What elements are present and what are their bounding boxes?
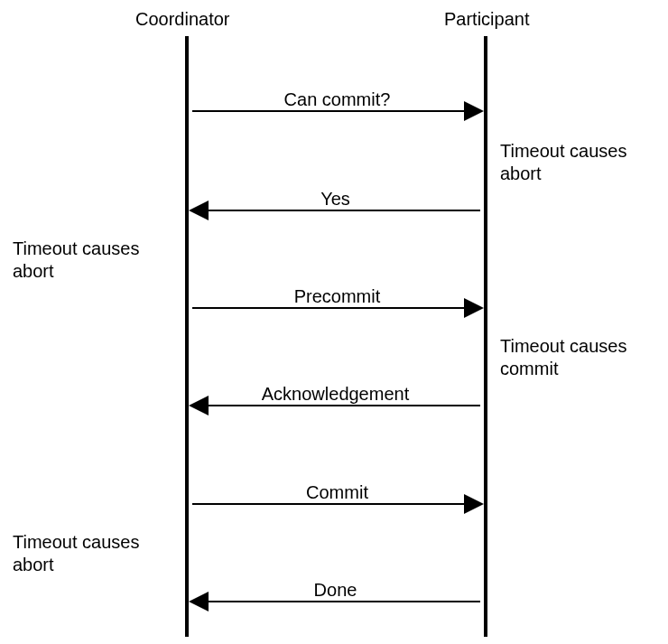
message-line (190, 405, 480, 406)
message-yes: Yes (190, 188, 480, 211)
message-done: Done (190, 579, 480, 602)
message-commit: Commit (192, 481, 482, 505)
message-can-commit: Can commit? (192, 89, 482, 112)
actor-coordinator-label: Coordinator (135, 9, 230, 30)
arrowhead-right-icon (464, 101, 484, 121)
actor-participant-label: Participant (444, 9, 530, 30)
message-acknowledgement: Acknowledgement (190, 383, 480, 406)
message-label: Precommit (192, 286, 482, 307)
message-precommit: Precommit (192, 285, 482, 309)
note-participant-timeout-1: Timeout causes abort (500, 140, 626, 185)
message-line (190, 210, 480, 211)
note-coordinator-timeout-2: Timeout causes abort (13, 531, 139, 576)
arrowhead-left-icon (189, 201, 209, 220)
coordinator-lifeline (185, 36, 189, 637)
participant-lifeline (484, 36, 487, 637)
message-label: Yes (190, 189, 480, 210)
message-label: Acknowledgement (190, 384, 480, 405)
message-line (192, 110, 482, 112)
message-label: Done (190, 580, 480, 601)
message-line (192, 307, 482, 309)
message-line (192, 503, 482, 505)
message-line (190, 601, 480, 602)
note-coordinator-timeout-1: Timeout causes abort (13, 238, 139, 283)
note-participant-timeout-2: Timeout causes commit (500, 335, 626, 380)
arrowhead-left-icon (189, 592, 209, 611)
arrowhead-right-icon (464, 298, 484, 318)
sequence-diagram: Coordinator Participant Can commit? Time… (0, 0, 668, 644)
arrowhead-right-icon (464, 494, 484, 514)
message-label: Can commit? (192, 89, 482, 110)
arrowhead-left-icon (189, 396, 209, 415)
message-label: Commit (192, 482, 482, 503)
